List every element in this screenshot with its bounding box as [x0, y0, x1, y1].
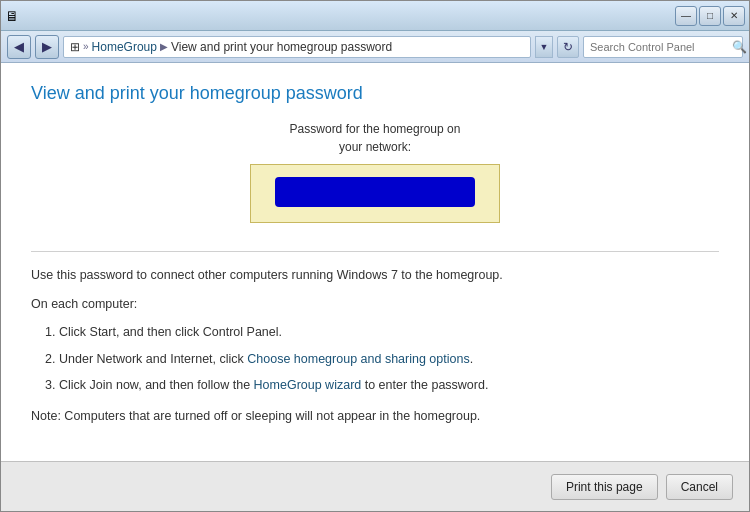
footer: Print this page Cancel	[1, 461, 749, 511]
password-box	[250, 164, 500, 223]
forward-button[interactable]: ▶	[35, 35, 59, 59]
breadcrumb-homegroup[interactable]: HomeGroup	[92, 40, 157, 54]
on-each-text: On each computer:	[31, 293, 719, 316]
divider	[31, 251, 719, 252]
password-hidden-value	[275, 177, 475, 207]
breadcrumb: ⊞ » HomeGroup ▶ View and print your home…	[63, 36, 531, 58]
password-label: Password for the homegroup on your netwo…	[31, 120, 719, 156]
homegroup-wizard-link[interactable]: HomeGroup wizard	[254, 378, 362, 392]
address-dropdown[interactable]: ▼	[535, 36, 553, 58]
note-text: Note: Computers that are turned off or s…	[31, 405, 719, 428]
breadcrumb-arrow-1: ▶	[160, 41, 168, 52]
title-bar: 🖥 — □ ✕	[1, 1, 749, 31]
title-bar-left: 🖥	[5, 8, 19, 24]
refresh-button[interactable]: ↻	[557, 36, 579, 58]
main-content: View and print your homegroup password P…	[1, 63, 749, 461]
instructions: Use this password to connect other compu…	[31, 264, 719, 433]
list-item: Under Network and Internet, click Choose…	[59, 348, 719, 371]
list-item: Click Start, and then click Control Pane…	[59, 321, 719, 344]
main-window: 🖥 — □ ✕ ◀ ▶ ⊞ » HomeGroup ▶ View and pri…	[0, 0, 750, 512]
steps-list: Click Start, and then click Control Pane…	[59, 321, 719, 397]
breadcrumb-separator-0: »	[83, 41, 89, 52]
close-button[interactable]: ✕	[723, 6, 745, 26]
search-input[interactable]	[590, 41, 728, 53]
breadcrumb-home-icon: ⊞	[70, 40, 80, 54]
list-item: Click Join now, and then follow the Home…	[59, 374, 719, 397]
minimize-button[interactable]: —	[675, 6, 697, 26]
window-controls: — □ ✕	[675, 6, 745, 26]
cancel-button[interactable]: Cancel	[666, 474, 733, 500]
print-button[interactable]: Print this page	[551, 474, 658, 500]
address-bar: ◀ ▶ ⊞ » HomeGroup ▶ View and print your …	[1, 31, 749, 63]
page-title: View and print your homegroup password	[31, 83, 719, 104]
password-section: Password for the homegroup on your netwo…	[31, 120, 719, 223]
search-bar: 🔍	[583, 36, 743, 58]
intro-text: Use this password to connect other compu…	[31, 264, 719, 287]
back-button[interactable]: ◀	[7, 35, 31, 59]
maximize-button[interactable]: □	[699, 6, 721, 26]
window-icon: 🖥	[5, 8, 19, 24]
breadcrumb-current: View and print your homegroup password	[171, 40, 392, 54]
choose-homegroup-link[interactable]: Choose homegroup and sharing options	[247, 352, 469, 366]
search-icon: 🔍	[732, 40, 747, 54]
